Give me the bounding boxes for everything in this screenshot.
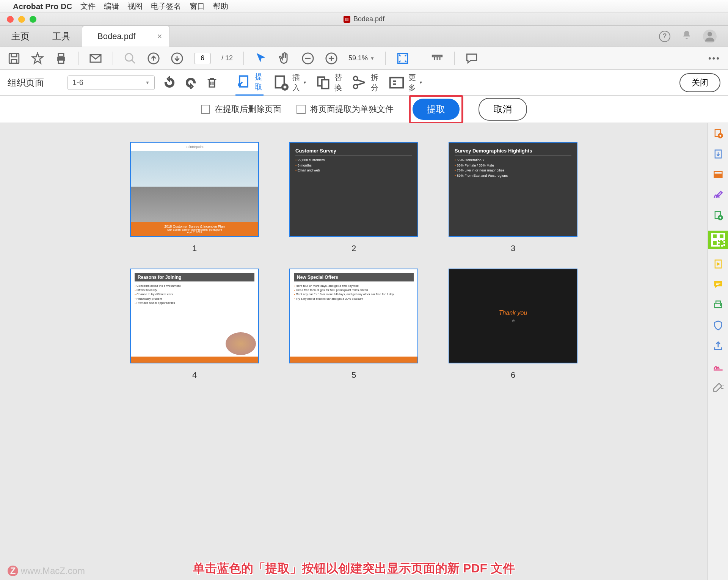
menu-window[interactable]: 窗口 [190, 1, 205, 11]
window-title: ▤ Bodea.pdf [344, 15, 384, 23]
minimize-window-button[interactable] [18, 16, 25, 23]
hand-tool-icon[interactable] [278, 52, 291, 65]
instruction-annotation: 单击蓝色的「提取」按钮以创建突出显示页面的新 PDF 文件 [193, 560, 515, 577]
more-tool-button[interactable]: 更多 ▼ [388, 72, 423, 93]
thumbnail-cell: Customer Survey 22,000 customers 6 month… [289, 142, 418, 253]
extract-button[interactable]: 提取 [413, 99, 460, 120]
rotate-left-icon[interactable] [163, 76, 176, 89]
close-organize-button[interactable]: 关闭 [679, 73, 720, 92]
menu-edit[interactable]: 编辑 [104, 1, 119, 11]
search-icon[interactable] [124, 52, 136, 65]
zoom-value: 59.1% [348, 54, 368, 62]
user-avatar[interactable] [703, 30, 717, 43]
export-pdf-icon[interactable] [713, 149, 723, 159]
app-name[interactable]: Acrobat Pro DC [13, 2, 72, 11]
notifications-icon[interactable] [682, 30, 692, 42]
chevron-down-icon: ▼ [419, 80, 423, 85]
redact-pdf-icon[interactable] [713, 361, 723, 372]
share-pdf-icon[interactable] [713, 341, 723, 351]
page-range-dropdown[interactable]: 1-6 ▼ [67, 75, 155, 90]
slide-footer-bar [131, 357, 258, 363]
protect-pdf-icon[interactable] [713, 320, 723, 331]
document-tabbar: 主页 工具 Bodea.pdf × ? [0, 26, 728, 47]
comment-icon[interactable] [465, 52, 478, 65]
page-thumbnail-5[interactable]: New Special Offers Rent four or more day… [289, 269, 418, 363]
menu-esign[interactable]: 电子签名 [151, 1, 181, 11]
page-thumbnail-1[interactable]: point⊕point 2018 Customer Survey & Incen… [130, 142, 259, 237]
close-window-button[interactable] [7, 16, 14, 23]
zoom-level-dropdown[interactable]: 59.1% ▼ [348, 54, 375, 62]
tools-sidebar [708, 123, 728, 580]
page-thumbnail-6[interactable]: Thank you ⊕ [449, 269, 577, 363]
replace-tool-button[interactable]: 替换 [315, 72, 343, 93]
edit-pdf-icon[interactable] [713, 169, 723, 180]
help-icon[interactable]: ? [659, 31, 670, 42]
delete-icon[interactable] [206, 76, 218, 89]
chevron-down-icon: ▼ [303, 80, 307, 85]
toolbar-separator [420, 52, 420, 65]
chevron-down-icon: ▼ [370, 56, 375, 61]
page-number-label: 5 [351, 370, 356, 380]
rotate-right-icon[interactable] [184, 76, 197, 89]
read-mode-icon[interactable] [431, 52, 444, 65]
svg-rect-1 [9, 53, 19, 63]
svg-rect-28 [712, 234, 717, 239]
star-icon[interactable] [31, 52, 44, 65]
print-icon[interactable] [55, 52, 67, 65]
tab-tools[interactable]: 工具 [41, 26, 82, 47]
menu-help[interactable]: 帮助 [213, 1, 228, 11]
tab-document-active[interactable]: Bodea.pdf × [82, 26, 170, 47]
extract-options-bar: 在提取后删除页面 将页面提取为单独文件 提取 取消 [0, 96, 728, 123]
slide-bullets: Rent four or more days, and get a fifth … [294, 284, 414, 301]
selection-tool-icon[interactable] [254, 52, 267, 65]
page-thumbnail-4[interactable]: Reasons for Joining Concerns about the e… [130, 269, 259, 363]
menu-view[interactable]: 视图 [127, 1, 143, 11]
svg-rect-24 [714, 171, 722, 174]
menu-file[interactable]: 文件 [80, 1, 96, 11]
tab-home[interactable]: 主页 [0, 26, 41, 47]
print-pdf-icon[interactable] [713, 300, 723, 310]
save-icon[interactable] [8, 52, 20, 65]
zoom-out-icon[interactable] [301, 52, 314, 65]
next-page-icon[interactable] [171, 52, 184, 65]
separate-files-checkbox[interactable]: 将页面提取为单独文件 [297, 104, 394, 115]
watermark: Z www.MacZ.com [8, 566, 85, 576]
page-thumbnails-area[interactable]: point⊕point 2018 Customer Survey & Incen… [0, 123, 708, 580]
fit-page-icon[interactable] [396, 52, 409, 65]
page-thumbnail-2[interactable]: Customer Survey 22,000 customers 6 month… [289, 142, 418, 237]
main-toolbar: / 12 59.1% ▼ ••• [0, 47, 728, 70]
zoom-in-icon[interactable] [325, 52, 338, 65]
checkbox-icon [201, 105, 210, 114]
sign-pdf-icon[interactable] [713, 190, 723, 200]
toolbar-separator [385, 52, 386, 65]
svg-rect-31 [719, 240, 724, 246]
slide-bullets: 22,000 customers 6 months Email and web [295, 158, 412, 173]
organize-title: 组织页面 [8, 77, 44, 89]
combine-pdf-icon[interactable] [713, 210, 723, 221]
page-thumbnail-3[interactable]: Survey Demographics Highlights 55% Gener… [449, 142, 577, 237]
comment-pdf-icon[interactable] [713, 279, 723, 290]
create-pdf-icon[interactable] [713, 128, 723, 139]
watermark-text: www.MacZ.com [21, 566, 85, 576]
slide-title-bar: 2018 Customer Survey & Incentive Plan Al… [131, 222, 258, 236]
insert-tool-button[interactable]: 插入 ▼ [272, 72, 307, 93]
more-tools-icon[interactable]: ••• [708, 53, 720, 63]
tab-close-button[interactable]: × [157, 31, 162, 41]
extract-button-highlight: 提取 [409, 95, 463, 124]
extract-tool-button[interactable]: 提取 [235, 72, 264, 96]
compress-pdf-icon[interactable] [713, 259, 723, 269]
toolbar-separator [243, 52, 244, 65]
email-icon[interactable] [89, 52, 102, 65]
more-tools-icon[interactable] [713, 382, 723, 392]
zoom-window-button[interactable] [30, 16, 36, 23]
cancel-button[interactable]: 取消 [479, 98, 527, 121]
split-tool-button[interactable]: 拆分 [351, 72, 380, 93]
prev-page-icon[interactable] [147, 52, 160, 65]
toolbar-separator [78, 52, 78, 65]
delete-after-extract-checkbox[interactable]: 在提取后删除页面 [201, 104, 281, 115]
thank-you-text: Thank you [499, 310, 527, 316]
traffic-lights [0, 16, 36, 23]
svg-point-35 [720, 305, 721, 305]
organize-pdf-icon[interactable] [708, 231, 728, 249]
page-number-input[interactable] [194, 53, 211, 64]
